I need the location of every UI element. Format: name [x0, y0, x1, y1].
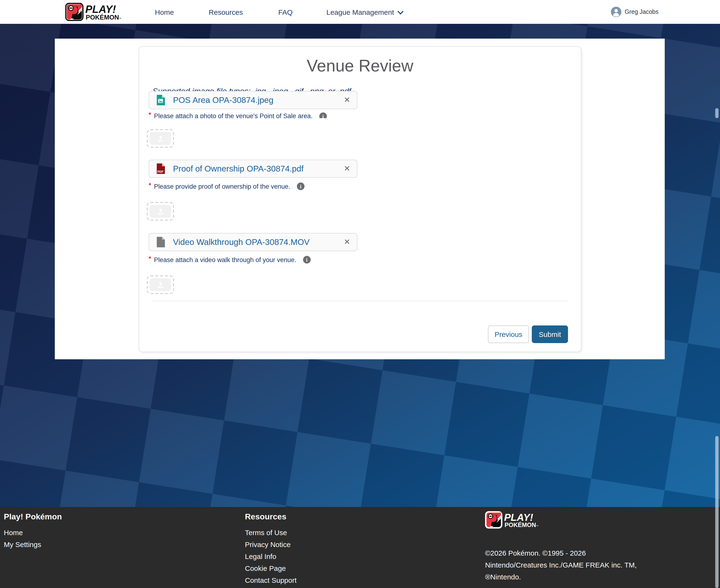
svg-text:POKÉMON™: POKÉMON™ — [505, 522, 538, 528]
form-divider — [152, 301, 568, 301]
required-marker: * — [149, 255, 151, 262]
nav-faq[interactable]: FAQ — [278, 0, 293, 24]
copyright-line-3: ®Nintendo. — [485, 573, 521, 581]
generic-file-icon — [155, 236, 166, 248]
copyright-line-2: Nintendo/Creatures Inc./GAME FREAK inc. … — [485, 561, 637, 569]
footer-link-my-settings[interactable]: My Settings — [4, 540, 41, 548]
attachment-filename-link[interactable]: Proof of Ownership OPA-30874.pdf — [173, 164, 344, 174]
remove-attachment-icon[interactable]: ✕ — [344, 165, 350, 172]
footer-play-pokemon-logo: PLAY! POKÉMON™ — [485, 510, 556, 529]
copyright-line-1: ©2026 Pokémon. ©1995 - 2026 — [485, 549, 586, 557]
logo-word-play: PLAY! — [85, 3, 116, 15]
upload-icon — [156, 280, 165, 289]
nav-resources[interactable]: Resources — [209, 0, 243, 24]
logo-word-pokemon: POKÉMON™ — [86, 14, 122, 21]
footer-heading-play-pokemon: Play! Pokémon — [4, 512, 62, 522]
nav-league-management[interactable]: League Management — [326, 0, 403, 24]
remove-attachment-icon[interactable]: ✕ — [344, 96, 350, 104]
footer-link-legal-info[interactable]: Legal Info — [245, 552, 276, 560]
info-icon[interactable]: i — [303, 256, 311, 264]
chevron-down-icon — [397, 8, 403, 14]
scrollbar-thumb-upper[interactable] — [715, 108, 718, 118]
image-file-icon — [155, 94, 166, 106]
user-avatar-icon — [611, 7, 621, 17]
venue-review-card: Venue Review Supported image file types:… — [139, 46, 581, 352]
attachment-row-pos-area: POS Area OPA-30874.jpeg ✕ — [149, 91, 357, 109]
main-content-panel: Venue Review Supported image file types:… — [55, 39, 665, 359]
upload-dropzone-proof-of-ownership[interactable] — [147, 202, 174, 220]
footer-heading-resources: Resources — [245, 512, 287, 522]
previous-button[interactable]: Previous — [488, 326, 529, 343]
upload-icon — [156, 207, 165, 216]
nav-league-management-label: League Management — [326, 8, 394, 16]
info-icon[interactable]: i — [297, 183, 304, 190]
description-text: Please attach a video walk through of yo… — [154, 256, 296, 263]
pdf-file-icon: PDF — [155, 163, 166, 174]
attachment-description-video-walkthrough: * Please attach a video walk through of … — [149, 256, 311, 264]
info-icon[interactable]: i — [319, 112, 327, 118]
scrollbar-thumb-lower[interactable] — [715, 436, 718, 588]
attachment-row-video-walkthrough: Video Walkthrough OPA-30874.MOV ✕ — [149, 233, 357, 251]
attachment-row-proof-of-ownership: PDF Proof of Ownership OPA-30874.pdf ✕ — [149, 160, 357, 178]
upload-icon — [156, 134, 165, 143]
user-menu[interactable]: Greg Jacobs — [611, 0, 658, 24]
nav-home[interactable]: Home — [155, 0, 174, 24]
required-marker: * — [149, 181, 151, 188]
attachment-description-pos-area: * Please attach a photo of the venue's P… — [149, 112, 327, 118]
attachment-description-proof-of-ownership: * Please provide proof of ownership of t… — [149, 183, 304, 190]
attachment-filename-link[interactable]: Video Walkthrough OPA-30874.MOV — [173, 237, 344, 247]
description-text: Please provide proof of ownership of the… — [154, 183, 290, 190]
top-navigation-bar: PLAY! POKÉMON™ Home Resources FAQ League… — [0, 0, 720, 24]
submit-button[interactable]: Submit — [532, 326, 568, 343]
required-marker: * — [149, 112, 151, 118]
remove-attachment-icon[interactable]: ✕ — [344, 238, 350, 246]
upload-dropzone-pos-area[interactable] — [147, 129, 174, 148]
user-name: Greg Jacobs — [625, 8, 658, 15]
footer-link-terms-of-use[interactable]: Terms of Use — [245, 528, 287, 537]
footer: Play! Pokémon Home My Settings Resources… — [0, 507, 720, 588]
description-text: Please attach a photo of the venue's Poi… — [154, 112, 313, 118]
footer-link-privacy-notice[interactable]: Privacy Notice — [245, 540, 291, 548]
page-title: Venue Review — [139, 56, 581, 75]
svg-text:PDF: PDF — [157, 170, 164, 173]
page: PLAY! POKÉMON™ Home Resources FAQ League… — [0, 0, 720, 588]
footer-link-cookie-page[interactable]: Cookie Page — [245, 564, 286, 572]
svg-text:PLAY!: PLAY! — [504, 512, 533, 523]
footer-link-home[interactable]: Home — [4, 528, 23, 537]
footer-link-contact-support[interactable]: Contact Support — [245, 576, 297, 584]
attachment-filename-link[interactable]: POS Area OPA-30874.jpeg — [173, 95, 344, 105]
play-pokemon-logo[interactable]: PLAY! POKÉMON™ — [65, 3, 141, 21]
upload-dropzone-video-walkthrough[interactable] — [147, 275, 174, 294]
